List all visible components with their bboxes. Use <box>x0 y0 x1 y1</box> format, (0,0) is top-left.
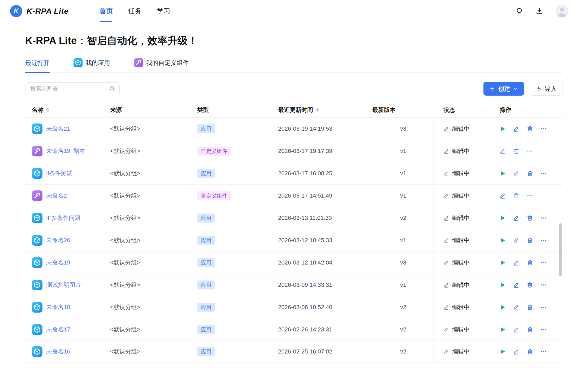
nav-item-tasks[interactable]: 任务 <box>120 0 149 22</box>
item-name-link[interactable]: 未命名17 <box>46 326 70 334</box>
table-row[interactable]: 未命名19 <默认分组> 应用 2026-03-12 10:42:04 v3 编… <box>25 251 563 274</box>
more-actions-button[interactable] <box>540 259 547 266</box>
run-button[interactable] <box>500 282 506 288</box>
run-button[interactable] <box>500 215 506 221</box>
table-row[interactable]: 未命名21 <默认分组> 应用 2026-03-19 14:19:53 v3 编… <box>25 117 563 140</box>
more-actions-button[interactable] <box>540 326 547 333</box>
type-badge: 自定义组件 <box>197 191 231 200</box>
item-updated-time: 2026-02-25 16:07:02 <box>278 348 372 355</box>
download-icon[interactable] <box>535 7 543 15</box>
delete-button[interactable] <box>527 259 533 266</box>
nav-item-home[interactable]: 首页 <box>92 0 120 22</box>
item-name-link[interactable]: 未命名19_副本 <box>46 147 85 155</box>
run-button[interactable] <box>500 126 506 132</box>
edit-button[interactable] <box>513 326 520 333</box>
tab-recent[interactable]: 最近打开 <box>25 59 50 73</box>
table-row[interactable]: 未命名2 <默认分组> 自定义组件 2026-03-17 14:51:49 v1… <box>25 184 563 207</box>
edit-button[interactable] <box>500 148 506 154</box>
delete-button[interactable] <box>527 348 533 355</box>
table-row[interactable]: 未命名17 <默认分组> 应用 2026-02-26 14:23:31 v2 编… <box>25 318 563 340</box>
logo-icon: K <box>10 5 22 17</box>
table-row[interactable]: 测试指明图片 <默认分组> 应用 2026-03-09 14:33:31 v1 … <box>25 274 563 296</box>
item-name-link[interactable]: 未命名18 <box>46 303 70 311</box>
more-actions-button[interactable] <box>540 126 547 132</box>
col-source: 来源 <box>110 106 122 114</box>
lightbulb-icon[interactable] <box>515 7 523 15</box>
edit-button[interactable] <box>513 215 520 221</box>
delete-button[interactable] <box>527 326 533 333</box>
app-cube-icon <box>74 58 83 67</box>
delete-button[interactable] <box>513 148 520 154</box>
delete-button[interactable] <box>527 304 533 310</box>
run-button[interactable] <box>500 237 506 244</box>
more-actions-button[interactable] <box>540 170 547 177</box>
tab-recent-label: 最近打开 <box>25 59 50 67</box>
more-actions-button[interactable] <box>527 193 533 199</box>
edit-button[interactable] <box>513 282 520 288</box>
person-icon <box>556 5 568 17</box>
item-name-link[interactable]: 未命名21 <box>46 125 70 133</box>
app-logo[interactable]: K K-RPA Lite <box>10 5 68 17</box>
item-name-link[interactable]: 测试指明图片 <box>46 281 81 289</box>
more-actions-button[interactable] <box>540 215 547 221</box>
avatar[interactable] <box>556 5 568 18</box>
vertical-scrollbar[interactable] <box>559 223 562 276</box>
item-name-link[interactable]: IF多条件问题 <box>46 214 81 222</box>
nav-item-learn[interactable]: 学习 <box>149 0 178 22</box>
delete-button[interactable] <box>527 215 533 221</box>
edit-button[interactable] <box>513 237 520 244</box>
more-actions-button[interactable] <box>540 348 547 355</box>
import-button[interactable]: 导入 <box>530 82 563 96</box>
more-actions-button[interactable] <box>540 237 547 244</box>
edit-button[interactable] <box>513 259 520 266</box>
delete-button[interactable] <box>527 282 533 288</box>
item-name-link[interactable]: if条件测试 <box>46 169 72 177</box>
delete-button[interactable] <box>513 193 520 199</box>
search-input[interactable] <box>25 82 120 95</box>
table-row[interactable]: 未命名16 <默认分组> 应用 2026-02-25 16:07:02 v2 编… <box>25 340 563 363</box>
sort-name-icon[interactable] <box>46 108 49 112</box>
import-button-label: 导入 <box>544 85 557 93</box>
item-updated-time: 2026-02-26 14:23:31 <box>278 326 372 333</box>
tab-my-apps[interactable]: 我的应用 <box>74 58 110 73</box>
more-actions-button[interactable] <box>527 148 533 154</box>
status-edit-icon <box>444 215 449 221</box>
delete-button[interactable] <box>527 126 533 132</box>
tab-my-components[interactable]: 我的自定义组件 <box>134 58 189 73</box>
search-icon[interactable] <box>109 86 115 92</box>
edit-button[interactable] <box>513 304 520 310</box>
delete-button[interactable] <box>527 170 533 177</box>
item-name-link[interactable]: 未命名20 <box>46 236 70 244</box>
sort-updated-icon[interactable] <box>316 108 319 112</box>
table-row[interactable]: 未命名20 <默认分组> 应用 2026-03-12 10:45:33 v1 编… <box>25 229 563 251</box>
more-actions-button[interactable] <box>540 282 547 288</box>
type-badge: 应用 <box>197 214 215 223</box>
item-source: <默认分组> <box>110 326 197 334</box>
item-name-link[interactable]: 未命名19 <box>46 259 70 267</box>
status-text: 编辑中 <box>452 125 470 133</box>
item-name-link[interactable]: 未命名2 <box>46 192 67 200</box>
table-row[interactable]: if条件测试 <默认分组> 应用 2026-03-17 16:08:25 v1 … <box>25 162 563 184</box>
item-version: v2 <box>372 326 433 333</box>
table-row[interactable]: IF多条件问题 <默认分组> 应用 2026-03-13 11:01:33 v2… <box>25 207 563 229</box>
create-button[interactable]: 创建 <box>483 82 524 96</box>
edit-button[interactable] <box>513 170 520 177</box>
item-source: <默认分组> <box>110 281 197 289</box>
edit-button[interactable] <box>513 348 520 355</box>
page-title: K-RPA Lite：智启自动化，效率升级！ <box>25 34 563 48</box>
edit-button[interactable] <box>500 193 506 199</box>
component-wrench-icon <box>32 146 42 156</box>
more-actions-button[interactable] <box>540 304 547 310</box>
edit-button[interactable] <box>513 126 520 132</box>
table-row[interactable]: 未命名19_副本 <默认分组> 自定义组件 2026-03-17 19:17:3… <box>25 140 563 162</box>
table-row[interactable]: 未命名18 <默认分组> 应用 2026-03-06 10:52:40 v2 编… <box>25 296 563 318</box>
delete-button[interactable] <box>527 237 533 244</box>
item-name-link[interactable]: 未命名16 <box>46 348 70 356</box>
run-button[interactable] <box>500 326 506 333</box>
run-button[interactable] <box>500 348 506 355</box>
item-version: v2 <box>372 215 433 221</box>
run-button[interactable] <box>500 170 506 177</box>
status-text: 编辑中 <box>452 326 470 334</box>
run-button[interactable] <box>500 259 506 266</box>
run-button[interactable] <box>500 304 506 310</box>
